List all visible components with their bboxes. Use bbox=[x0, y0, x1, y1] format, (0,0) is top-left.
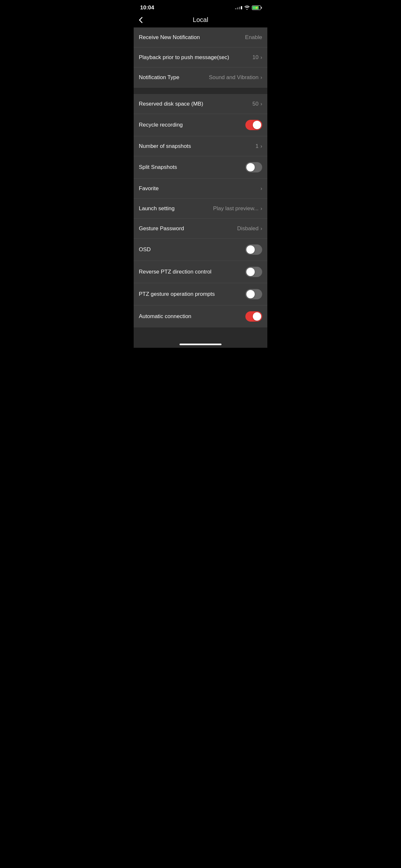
item-label: OSD bbox=[139, 246, 151, 253]
toggle-thumb bbox=[253, 312, 261, 321]
home-bar bbox=[180, 344, 221, 345]
chevron-icon: › bbox=[260, 74, 262, 81]
status-time: 10:04 bbox=[140, 4, 154, 11]
item-label: Playback prior to push message(sec) bbox=[139, 54, 229, 61]
item-right: Play last preview... › bbox=[213, 206, 262, 212]
chevron-icon: › bbox=[260, 186, 262, 191]
settings-item-receive-notification[interactable]: Receive New Notification Enable bbox=[134, 27, 267, 48]
item-label: PTZ gesture operation prompts bbox=[139, 291, 215, 298]
item-value: Disbaled bbox=[237, 225, 258, 232]
item-value: 1 bbox=[255, 143, 258, 150]
item-value: Sound and Vibration bbox=[209, 74, 258, 81]
bottom-spacer bbox=[134, 328, 267, 340]
item-label: Favorite bbox=[139, 185, 158, 192]
home-indicator bbox=[134, 340, 267, 348]
item-label: Split Snapshots bbox=[139, 164, 177, 170]
status-bar: 10:04 ⚡ bbox=[134, 0, 267, 13]
wifi-icon bbox=[244, 5, 250, 11]
item-label: Reserved disk space (MB) bbox=[139, 101, 203, 107]
settings-item-number-snapshots[interactable]: Number of snapshots 1 › bbox=[134, 136, 267, 156]
settings-item-playback-prior[interactable]: Playback prior to push message(sec) 10 › bbox=[134, 48, 267, 67]
toggle-thumb bbox=[246, 290, 255, 299]
split-snapshots-toggle[interactable] bbox=[245, 162, 262, 173]
item-label: Recycle recording bbox=[139, 122, 183, 128]
nav-bar: Local bbox=[134, 13, 267, 27]
toggle-thumb bbox=[246, 245, 255, 254]
toggle-thumb bbox=[246, 268, 255, 276]
item-value: 10 bbox=[252, 54, 258, 61]
settings-list: Receive New Notification Enable Playback… bbox=[134, 27, 267, 328]
settings-item-split-snapshots[interactable]: Split Snapshots bbox=[134, 156, 267, 179]
chevron-icon: › bbox=[260, 101, 262, 107]
signal-icon bbox=[235, 6, 242, 9]
item-label: Reverse PTZ direction control bbox=[139, 269, 212, 275]
item-right: › bbox=[260, 186, 262, 191]
chevron-icon: › bbox=[260, 55, 262, 60]
item-right: Disbaled › bbox=[237, 225, 262, 232]
settings-item-favorite[interactable]: Favorite › bbox=[134, 179, 267, 198]
item-label: Gesture Password bbox=[139, 225, 184, 232]
item-label: Automatic connection bbox=[139, 313, 191, 320]
settings-item-osd[interactable]: OSD bbox=[134, 239, 267, 261]
chevron-icon: › bbox=[260, 206, 262, 212]
item-right: 50 › bbox=[252, 101, 262, 107]
back-button[interactable] bbox=[139, 17, 143, 23]
item-right: Enable bbox=[245, 34, 262, 41]
settings-item-recycle-recording[interactable]: Recycle recording bbox=[134, 114, 267, 136]
item-value: Enable bbox=[245, 34, 262, 41]
auto-connection-toggle[interactable] bbox=[245, 311, 262, 321]
section-divider bbox=[134, 88, 267, 94]
item-label: Launch setting bbox=[139, 206, 175, 212]
settings-item-ptz-gesture[interactable]: PTZ gesture operation prompts bbox=[134, 283, 267, 306]
settings-item-reserved-disk[interactable]: Reserved disk space (MB) 50 › bbox=[134, 94, 267, 114]
item-label: Number of snapshots bbox=[139, 143, 191, 150]
chevron-icon: › bbox=[260, 144, 262, 149]
reverse-ptz-toggle[interactable] bbox=[245, 267, 262, 277]
chevron-icon: › bbox=[260, 226, 262, 231]
status-icons: ⚡ bbox=[235, 5, 261, 11]
toggle-thumb bbox=[246, 163, 255, 172]
item-value: Play last preview... bbox=[213, 206, 258, 212]
battery-icon: ⚡ bbox=[252, 5, 261, 10]
osd-toggle[interactable] bbox=[245, 244, 262, 255]
settings-item-reverse-ptz[interactable]: Reverse PTZ direction control bbox=[134, 261, 267, 283]
toggle-thumb bbox=[253, 121, 261, 129]
settings-item-gesture-password[interactable]: Gesture Password Disbaled › bbox=[134, 219, 267, 239]
item-value: 50 bbox=[252, 101, 258, 107]
item-right: 1 › bbox=[255, 143, 262, 150]
settings-item-launch-setting[interactable]: Launch setting Play last preview... › bbox=[134, 198, 267, 219]
settings-item-notification-type[interactable]: Notification Type Sound and Vibration › bbox=[134, 67, 267, 88]
ptz-gesture-toggle[interactable] bbox=[245, 289, 262, 299]
item-label: Notification Type bbox=[139, 74, 179, 81]
item-right: Sound and Vibration › bbox=[209, 74, 262, 81]
item-right: 10 › bbox=[252, 54, 262, 61]
settings-item-auto-connection[interactable]: Automatic connection bbox=[134, 306, 267, 328]
recycle-recording-toggle[interactable] bbox=[245, 120, 262, 130]
item-label: Receive New Notification bbox=[139, 34, 200, 41]
page-title: Local bbox=[193, 16, 208, 24]
